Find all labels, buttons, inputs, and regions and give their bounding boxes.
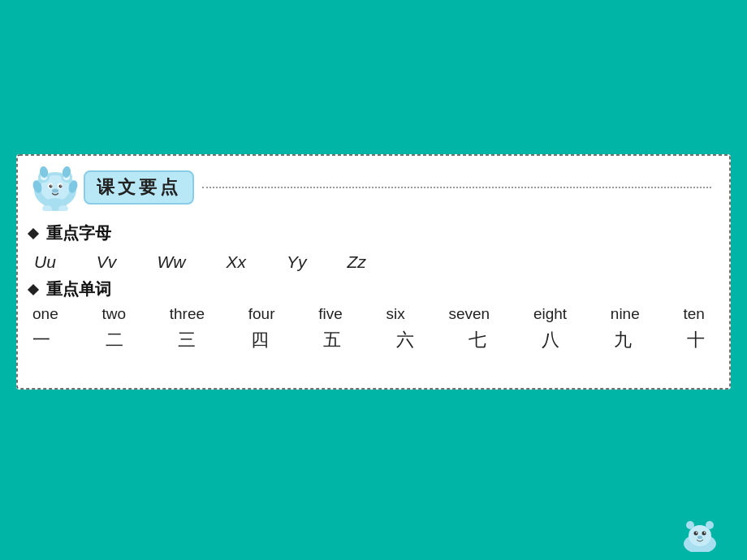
- letter-vv: Vv: [97, 252, 117, 272]
- title-badge: 课文要点: [84, 170, 194, 205]
- word-eight: eight: [533, 305, 567, 323]
- section2-label-text: 重点单词: [46, 278, 111, 300]
- zh-five: 五: [323, 328, 341, 352]
- header-dotted-line: [202, 187, 711, 188]
- word-five: five: [318, 305, 343, 323]
- zh-four: 四: [251, 328, 269, 352]
- zh-six: 六: [396, 328, 414, 352]
- title-text: 课文要点: [97, 177, 181, 197]
- word-four: four: [248, 305, 275, 323]
- bottom-right-decoration: [678, 515, 723, 552]
- svg-point-29: [706, 521, 714, 529]
- zh-three: 三: [178, 328, 196, 352]
- letter-zz: Zz: [347, 252, 365, 272]
- lion-icon: [29, 164, 82, 211]
- word-ten: ten: [683, 305, 704, 323]
- letter-yy: Yy: [287, 252, 307, 272]
- zh-one: 一: [32, 328, 50, 352]
- zh-two: 二: [106, 328, 123, 352]
- diamond-icon-1: [28, 227, 39, 239]
- svg-point-26: [704, 532, 706, 533]
- word-one: one: [32, 305, 58, 323]
- zh-ten: 十: [687, 328, 705, 352]
- words-en-row: one two three four five six seven eight …: [29, 305, 711, 323]
- header-row: 课文要点: [29, 164, 711, 211]
- word-nine: nine: [611, 305, 640, 323]
- svg-point-28: [686, 521, 694, 529]
- diamond-icon-2: [28, 283, 39, 295]
- section1-label: 重点字母: [29, 222, 711, 244]
- letter-xx: Xx: [226, 252, 246, 272]
- word-seven: seven: [448, 305, 490, 323]
- svg-point-23: [694, 532, 698, 536]
- word-three: three: [170, 305, 205, 323]
- svg-point-11: [50, 185, 52, 187]
- letter-ww: Ww: [157, 252, 185, 272]
- svg-point-27: [697, 536, 702, 539]
- svg-point-13: [52, 189, 58, 193]
- zh-seven: 七: [468, 328, 486, 352]
- word-two: two: [101, 305, 126, 323]
- letter-uu: Uu: [34, 252, 56, 272]
- svg-point-12: [60, 185, 62, 187]
- section2-label: 重点单词: [29, 278, 711, 300]
- zh-nine: 九: [614, 328, 632, 352]
- zh-eight: 八: [542, 328, 559, 352]
- svg-point-25: [696, 532, 697, 533]
- svg-point-24: [702, 532, 706, 536]
- letters-row: Uu Vv Ww Xx Yy Zz: [29, 252, 711, 272]
- section1-label-text: 重点字母: [46, 222, 111, 244]
- word-six: six: [386, 305, 405, 323]
- words-zh-row: 一 二 三 四 五 六 七 八 九 十: [29, 328, 711, 352]
